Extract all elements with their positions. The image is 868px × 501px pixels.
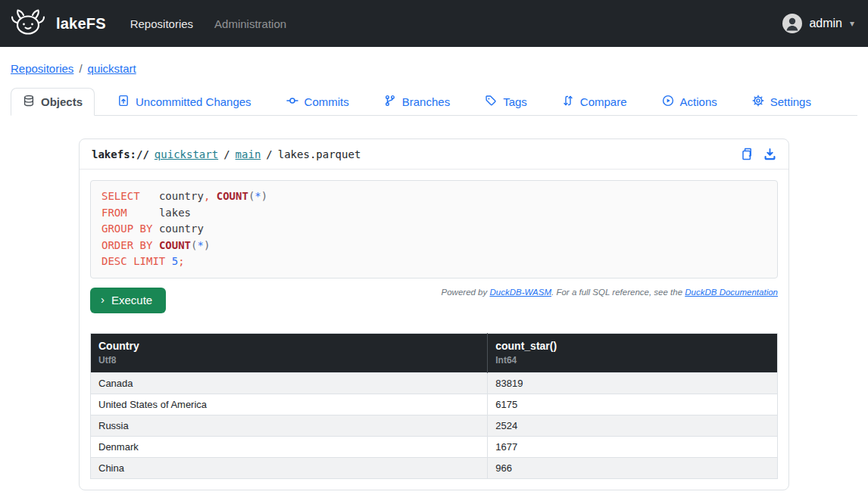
tag-icon (485, 95, 497, 109)
tab-objects[interactable]: Objects (11, 88, 95, 116)
table-cell: 2524 (488, 415, 778, 436)
user-menu[interactable]: admin ▾ (782, 14, 854, 33)
duckdb-panel: SELECT country, COUNT(*)FROM lakesGROUP … (80, 170, 788, 490)
tab-settings[interactable]: Settings (740, 88, 823, 116)
table-row: China966 (91, 457, 778, 478)
table-cell: 6175 (488, 394, 778, 415)
user-name: admin (809, 17, 842, 30)
duckdb-wasm-link[interactable]: DuckDB-WASM (489, 288, 551, 297)
tab-label: Commits (304, 95, 349, 108)
execute-label: Execute (111, 294, 152, 307)
compare-icon (562, 95, 574, 109)
tab-tags[interactable]: Tags (473, 88, 539, 116)
tab-commits[interactable]: Commits (274, 88, 361, 116)
powered-by-note: Powered by DuckDB-WASM. For a full SQL r… (442, 288, 778, 297)
table-cell: 1677 (488, 436, 778, 457)
column-type: Int64 (495, 355, 770, 366)
tab-label: Actions (680, 95, 717, 108)
chevron-right-icon: › (101, 294, 105, 305)
breadcrumb-separator: / (79, 62, 82, 75)
nav-repositories[interactable]: Repositories (130, 17, 193, 30)
table-cell: China (91, 457, 488, 478)
table-row: Russia2524 (91, 415, 778, 436)
breadcrumb: Repositories / quickstart (11, 62, 857, 75)
play-circle-icon (662, 95, 674, 109)
tab-actions[interactable]: Actions (650, 88, 729, 116)
top-navbar: lakeFS Repositories Administration admin… (0, 0, 868, 47)
branch-icon (384, 95, 396, 109)
tab-compare[interactable]: Compare (550, 88, 639, 116)
nav-administration[interactable]: Administration (214, 17, 286, 30)
table-row: United States of America6175 (91, 394, 778, 415)
chevron-down-icon: ▾ (850, 18, 854, 29)
commit-icon (286, 95, 298, 109)
database-icon (23, 95, 35, 109)
results-table: Country Utf8 count_star() Int64 Canada83… (90, 333, 778, 479)
table-row: Canada83819 (91, 372, 778, 394)
object-path-header: lakefs:// quickstart / main / lakes.parq… (80, 139, 788, 170)
tab-uncommitted-changes[interactable]: Uncommitted Changes (105, 88, 264, 116)
user-avatar-icon (782, 14, 802, 33)
tab-label: Uncommitted Changes (136, 95, 251, 108)
tab-label: Branches (402, 95, 450, 108)
lakefs-brand[interactable]: lakeFS (11, 7, 106, 40)
execute-button[interactable]: › Execute (90, 288, 166, 313)
duckdb-docs-link[interactable]: DuckDB Documentation (685, 288, 778, 297)
copy-icon[interactable] (741, 148, 753, 160)
table-cell: Denmark (91, 436, 488, 457)
column-header-count: count_star() Int64 (488, 333, 778, 372)
powered-by-middle: . For a full SQL reference, see the (551, 288, 685, 297)
path-branch-link[interactable]: main (236, 148, 261, 160)
brand-name: lakeFS (56, 15, 106, 33)
results-table-body: Canada83819United States of America6175R… (91, 372, 778, 478)
query-actions-row: › Execute Powered by DuckDB-WASM. For a … (90, 285, 778, 313)
path-separator: / (266, 148, 272, 160)
object-viewer-card: lakefs:// quickstart / main / lakes.parq… (79, 138, 789, 490)
tab-label: Compare (580, 95, 627, 108)
column-type: Utf8 (98, 355, 479, 366)
download-icon[interactable] (763, 148, 776, 160)
main-nav: Repositories Administration (130, 17, 286, 30)
tab-branches[interactable]: Branches (372, 88, 462, 116)
column-header-country: Country Utf8 (91, 333, 488, 372)
breadcrumb-repo-link[interactable]: quickstart (88, 62, 136, 75)
results-table-header: Country Utf8 count_star() Int64 (91, 333, 778, 372)
tab-label: Tags (503, 95, 527, 108)
table-cell: United States of America (91, 394, 488, 415)
repo-tab-bar: Objects Uncommitted Changes Commits (11, 88, 857, 116)
column-name: Country (98, 340, 479, 352)
table-cell: 83819 (488, 372, 778, 394)
tab-label: Objects (41, 95, 83, 108)
table-cell: Canada (91, 372, 488, 394)
path-repo-link[interactable]: quickstart (155, 148, 218, 160)
table-row: Denmark1677 (91, 436, 778, 457)
table-cell: 966 (488, 457, 778, 478)
column-name: count_star() (495, 340, 770, 352)
breadcrumb-repositories-link[interactable]: Repositories (11, 62, 73, 75)
path-separator: / (223, 148, 229, 160)
path-prefix: lakefs:// (92, 148, 149, 160)
object-path: lakefs:// quickstart / main / lakes.parq… (92, 148, 361, 160)
table-cell: Russia (91, 415, 488, 436)
lakefs-logo-icon (11, 7, 45, 40)
object-actions (741, 148, 776, 160)
file-upload-icon (117, 95, 130, 109)
gear-icon (752, 95, 764, 109)
tab-label: Settings (770, 95, 811, 108)
sql-editor[interactable]: SELECT country, COUNT(*)FROM lakesGROUP … (90, 180, 778, 279)
path-filename: lakes.parquet (278, 148, 361, 160)
powered-by-prefix: Powered by (442, 288, 490, 297)
